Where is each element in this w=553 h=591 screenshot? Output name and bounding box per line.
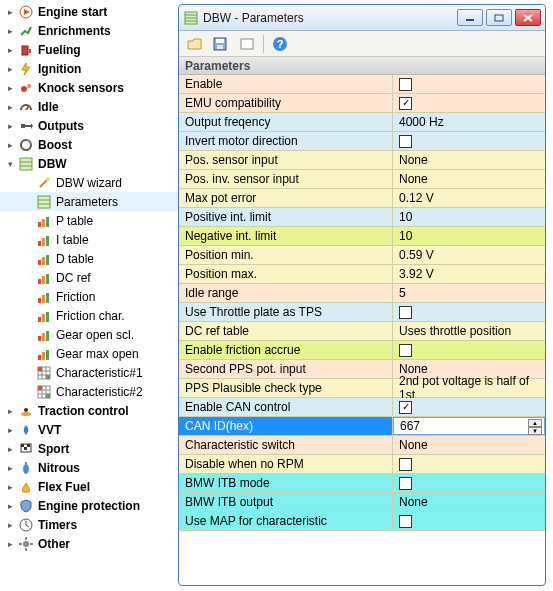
wand-icon <box>36 175 52 191</box>
checkbox[interactable]: ✓ <box>399 97 412 110</box>
param-value[interactable]: 0.59 V <box>393 246 545 264</box>
param-label: CAN ID(hex) <box>179 417 393 435</box>
chevron-right-icon[interactable]: ▸ <box>4 405 16 417</box>
chevron-right-icon[interactable]: ▸ <box>4 519 16 531</box>
tree-item-traction-control[interactable]: ▸Traction control <box>0 401 178 420</box>
checkbox[interactable] <box>399 306 412 319</box>
tree-item-flex-fuel[interactable]: ▸Flex Fuel <box>0 477 178 496</box>
param-value[interactable]: 10 <box>393 227 545 245</box>
tree-item-friction[interactable]: Friction <box>0 287 178 306</box>
tree-item-i-table[interactable]: I table <box>0 230 178 249</box>
checkbox[interactable] <box>399 477 412 490</box>
chevron-right-icon[interactable]: ▸ <box>4 25 16 37</box>
save-button[interactable] <box>211 34 231 54</box>
checkbox[interactable] <box>399 135 412 148</box>
open-button[interactable] <box>185 34 205 54</box>
checkbox[interactable] <box>399 458 412 471</box>
tree-item-friction-char-[interactable]: Friction char. <box>0 306 178 325</box>
param-value[interactable]: Uses throttle position <box>393 322 545 340</box>
tree-item-p-table[interactable]: P table <box>0 211 178 230</box>
param-value[interactable]: 5 <box>393 284 545 302</box>
tree-item-parameters[interactable]: Parameters <box>0 192 178 211</box>
checkbox[interactable] <box>399 344 412 357</box>
spin-buttons[interactable]: ▲▼ <box>528 419 542 433</box>
window-buttons <box>457 9 541 26</box>
chevron-right-icon[interactable]: ▸ <box>4 6 16 18</box>
tree-item-label: Timers <box>38 518 77 532</box>
tree-item-characteristic-2[interactable]: Characteristic#2 <box>0 382 178 401</box>
param-value[interactable] <box>393 75 545 93</box>
checkbox[interactable] <box>399 78 412 91</box>
param-value[interactable]: 2nd pot voltage is half of 1st <box>393 379 545 397</box>
param-value[interactable] <box>393 512 545 530</box>
tree-item-dbw-wizard[interactable]: DBW wizard <box>0 173 178 192</box>
chevron-right-icon[interactable]: ▸ <box>4 101 16 113</box>
param-value[interactable] <box>393 303 545 321</box>
param-value[interactable]: 4000 Hz <box>393 113 545 131</box>
help-button[interactable]: ? <box>270 34 290 54</box>
close-button[interactable] <box>515 9 541 26</box>
tree-item-label: D table <box>56 252 94 266</box>
tree-item-engine-start[interactable]: ▸Engine start <box>0 2 178 21</box>
minimize-button[interactable] <box>457 9 483 26</box>
param-value[interactable]: 3.92 V <box>393 265 545 283</box>
tree-item-boost[interactable]: ▸Boost <box>0 135 178 154</box>
tree-item-timers[interactable]: ▸Timers <box>0 515 178 534</box>
tree-item-dc-ref[interactable]: DC ref <box>0 268 178 287</box>
param-value[interactable]: 667▲▼ <box>393 417 545 435</box>
param-value[interactable]: ✓ <box>393 94 545 112</box>
tree-item-fueling[interactable]: ▸Fueling <box>0 40 178 59</box>
chevron-right-icon[interactable]: ▸ <box>4 120 16 132</box>
tree-item-gear-max-open[interactable]: Gear max open <box>0 344 178 363</box>
tree-item-vvt[interactable]: ▸VVT <box>0 420 178 439</box>
param-value[interactable] <box>393 132 545 150</box>
param-value[interactable]: ✓ <box>393 398 545 416</box>
param-value[interactable]: None <box>393 170 545 188</box>
tree-item-other[interactable]: ▸Other <box>0 534 178 553</box>
param-value-text[interactable]: 667 <box>400 419 420 433</box>
chevron-right-icon[interactable]: ▸ <box>4 443 16 455</box>
tree-item-d-table[interactable]: D table <box>0 249 178 268</box>
param-value-text: None <box>399 153 428 167</box>
tree-item-gear-open-scl-[interactable]: Gear open scl. <box>0 325 178 344</box>
param-row: Use Throttle plate as TPS <box>179 303 545 322</box>
chevron-right-icon[interactable]: ▸ <box>4 82 16 94</box>
tree-item-idle[interactable]: ▸Idle <box>0 97 178 116</box>
tree-item-enrichments[interactable]: ▸Enrichments <box>0 21 178 40</box>
tree-item-outputs[interactable]: ▸Outputs <box>0 116 178 135</box>
param-value[interactable] <box>393 474 545 492</box>
param-value[interactable] <box>393 341 545 359</box>
checkbox[interactable]: ✓ <box>399 401 412 414</box>
maximize-button[interactable] <box>486 9 512 26</box>
svg-rect-63 <box>24 447 27 450</box>
param-value[interactable]: None <box>393 436 545 454</box>
tree-item-knock-sensors[interactable]: ▸Knock sensors <box>0 78 178 97</box>
tree-item-dbw[interactable]: ▾DBW <box>0 154 178 173</box>
tree-item-sport[interactable]: ▸Sport <box>0 439 178 458</box>
param-value[interactable] <box>393 455 545 473</box>
snapshot-button[interactable] <box>237 34 257 54</box>
titlebar[interactable]: DBW - Parameters <box>179 5 545 31</box>
param-value-text: 0.12 V <box>399 191 434 205</box>
chevron-right-icon[interactable]: ▸ <box>4 462 16 474</box>
chevron-right-icon[interactable]: ▸ <box>4 500 16 512</box>
param-value[interactable]: None <box>393 493 545 511</box>
tree-item-label: Enrichments <box>38 24 111 38</box>
tree-item-engine-protection[interactable]: ▸Engine protection <box>0 496 178 515</box>
chevron-right-icon[interactable]: ▸ <box>4 481 16 493</box>
chevron-right-icon[interactable]: ▸ <box>4 424 16 436</box>
tree-item-characteristic-1[interactable]: Characteristic#1 <box>0 363 178 382</box>
param-label: Enable friction accrue <box>179 341 393 359</box>
tree-item-nitrous[interactable]: ▸Nitrous <box>0 458 178 477</box>
chevron-right-icon[interactable]: ▸ <box>4 44 16 56</box>
param-value[interactable]: 10 <box>393 208 545 226</box>
chevron-right-icon[interactable]: ▸ <box>4 538 16 550</box>
checkbox[interactable] <box>399 515 412 528</box>
param-value[interactable]: 0.12 V <box>393 189 545 207</box>
chevron-right-icon[interactable]: ▸ <box>4 63 16 75</box>
param-row: BMW ITB outputNone <box>179 493 545 512</box>
chevron-right-icon[interactable]: ▸ <box>4 139 16 151</box>
chevron-down-icon[interactable]: ▾ <box>4 158 16 170</box>
param-value[interactable]: None <box>393 151 545 169</box>
tree-item-ignition[interactable]: ▸Ignition <box>0 59 178 78</box>
